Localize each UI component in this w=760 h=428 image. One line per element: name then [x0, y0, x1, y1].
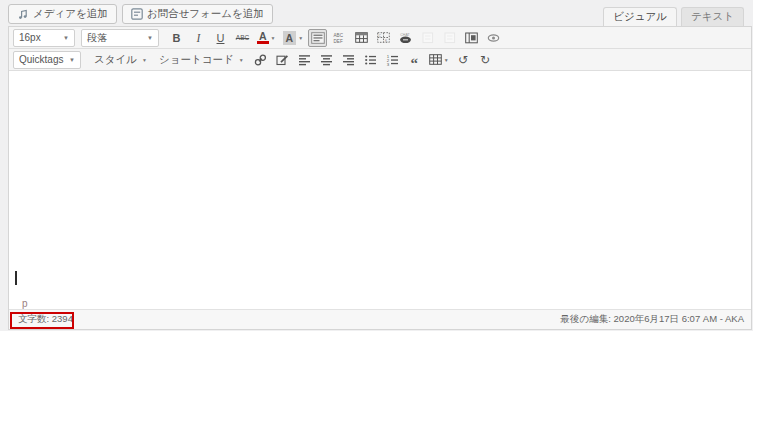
text-color-icon: A [257, 31, 269, 44]
undo-icon: ↺ [458, 53, 468, 67]
tab-text-label: テキスト [691, 10, 734, 24]
ordered-list-button[interactable]: 123 [383, 51, 402, 69]
text-color-button[interactable]: A▼ [255, 29, 278, 47]
toolbar-row2-buttons: 123“▼↺↻ [251, 51, 495, 69]
two-line-text-icon: ABCDEF [333, 32, 346, 44]
character-count: 文字数: 2394 [16, 313, 73, 326]
background-color-button[interactable]: A▼ [281, 29, 306, 47]
blockquote-icon: “ [410, 53, 418, 67]
italic-icon: I [197, 32, 201, 44]
underline-button[interactable]: U [211, 29, 230, 47]
styles-label: スタイル [94, 53, 137, 67]
bullet-list-button[interactable] [361, 51, 380, 69]
strikethrough-button[interactable]: ABC [233, 29, 252, 47]
dark-oval-icon: CHAT [399, 32, 412, 44]
dotted-grid-button[interactable]: CK [374, 29, 393, 47]
character-count-label: 文字数: [18, 313, 49, 324]
editor-mode-tabs: ビジュアル テキスト [603, 7, 744, 26]
toolbar-row-2: Quicktags ▼ スタイル ▼ ショートコード ▼ 123“▼↺↻ [9, 49, 751, 71]
speech-balloon-button[interactable]: CHAT [396, 29, 415, 47]
media-button-bar: メディアを追加 お問合せフォームを追加 [8, 4, 273, 24]
block-format-value: 段落 [87, 31, 107, 45]
table-grid-button[interactable] [352, 29, 371, 47]
dropdown-caret-icon: ▼ [271, 35, 276, 41]
editor-content-area[interactable]: p [9, 71, 751, 309]
styles-dropdown-button[interactable]: スタイル ▼ [89, 51, 152, 69]
align-center-button[interactable] [317, 51, 336, 69]
eye-button[interactable] [484, 29, 503, 47]
svg-text:3: 3 [386, 62, 389, 66]
ordered-list-icon: 123 [386, 54, 399, 66]
dotted-grid-icon: CK [377, 32, 390, 43]
two-line-text-button[interactable]: ABCDEF [330, 29, 349, 47]
block-format-select[interactable]: 段落 ▼ [81, 29, 159, 47]
align-right-icon [342, 54, 355, 66]
split-box-button[interactable] [462, 29, 481, 47]
svg-text:C: C [379, 34, 382, 38]
pale-square-button-1 [418, 29, 437, 47]
align-right-button[interactable] [339, 51, 358, 69]
wordpress-editor-region: メディアを追加 お問合せフォームを追加 ビジュアル テキスト [0, 0, 753, 331]
eye-icon [487, 32, 500, 44]
add-media-label: メディアを追加 [33, 7, 108, 21]
text-caret [15, 271, 17, 285]
last-edited-text: 最後の編集: 2020年6月17日 6:07 AM - AKA [561, 313, 744, 326]
shortcode-dropdown-button[interactable]: ショートコード ▼ [154, 51, 249, 69]
strikethrough-icon: ABC [236, 34, 249, 41]
link-icon [254, 54, 267, 66]
blockquote-button[interactable]: “ [405, 51, 424, 69]
bold-button[interactable]: B [167, 29, 186, 47]
svg-text:K: K [385, 39, 388, 43]
font-size-select[interactable]: 16px ▼ [13, 29, 75, 47]
quicktags-select[interactable]: Quicktags ▼ [13, 51, 81, 69]
toolbar-row1-buttons: BIUABCA▼A▼ABCDEFCKCHAT [167, 29, 503, 47]
character-count-value: 2394 [52, 313, 73, 324]
editor-status-bar: 文字数: 2394 最後の編集: 2020年6月17日 6:07 AM - AK… [9, 309, 751, 329]
contact-form-icon [131, 8, 143, 20]
chevron-down-icon: ▼ [147, 35, 153, 41]
add-media-button[interactable]: メディアを追加 [8, 4, 117, 24]
element-path: p [22, 298, 28, 309]
svg-text:DEF: DEF [334, 39, 343, 44]
table-icon [429, 54, 442, 65]
lined-box-icon [311, 32, 325, 44]
media-note-icon [17, 8, 29, 20]
redo-icon: ↻ [480, 53, 490, 67]
dropdown-caret-icon: ▼ [298, 35, 303, 41]
bullet-list-icon [364, 54, 377, 66]
edit-page-button[interactable] [273, 51, 292, 69]
quicktags-value: Quicktags [19, 54, 63, 65]
table-button[interactable]: ▼ [427, 51, 451, 69]
svg-text:ABC: ABC [334, 32, 344, 37]
chevron-down-icon: ▼ [142, 57, 147, 63]
align-left-icon [298, 54, 311, 66]
align-center-icon [320, 54, 333, 66]
pale-square-icon [422, 32, 434, 44]
redo-button[interactable]: ↻ [476, 51, 495, 69]
add-contact-form-label: お問合せフォームを追加 [147, 7, 264, 21]
pale-square-icon [444, 32, 456, 44]
shortcode-label: ショートコード [159, 53, 234, 67]
tab-text[interactable]: テキスト [681, 7, 744, 26]
insert-link-button[interactable] [251, 51, 270, 69]
pale-square-button-2 [440, 29, 459, 47]
font-size-value: 16px [19, 32, 41, 43]
background-color-icon: A [283, 31, 297, 45]
chevron-down-icon: ▼ [63, 35, 69, 41]
italic-button[interactable]: I [189, 29, 208, 47]
undo-button[interactable]: ↺ [454, 51, 473, 69]
chevron-down-icon: ▼ [239, 57, 244, 63]
tab-visual[interactable]: ビジュアル [603, 7, 677, 26]
add-contact-form-button[interactable]: お問合せフォームを追加 [122, 4, 273, 24]
tab-visual-label: ビジュアル [613, 10, 667, 24]
lined-box-button[interactable] [308, 29, 327, 47]
dropdown-caret-icon: ▼ [444, 57, 449, 63]
table-grid-icon [355, 32, 368, 43]
align-left-button[interactable] [295, 51, 314, 69]
toolbar-row-1: 16px ▼ 段落 ▼ BIUABCA▼A▼ABCDEFCKCHAT [9, 27, 751, 49]
pencil-page-icon [276, 54, 289, 66]
underline-icon: U [217, 32, 225, 44]
split-box-icon [465, 32, 478, 44]
page: メディアを追加 お問合せフォームを追加 ビジュアル テキスト [0, 0, 760, 428]
bold-icon: B [173, 32, 181, 44]
